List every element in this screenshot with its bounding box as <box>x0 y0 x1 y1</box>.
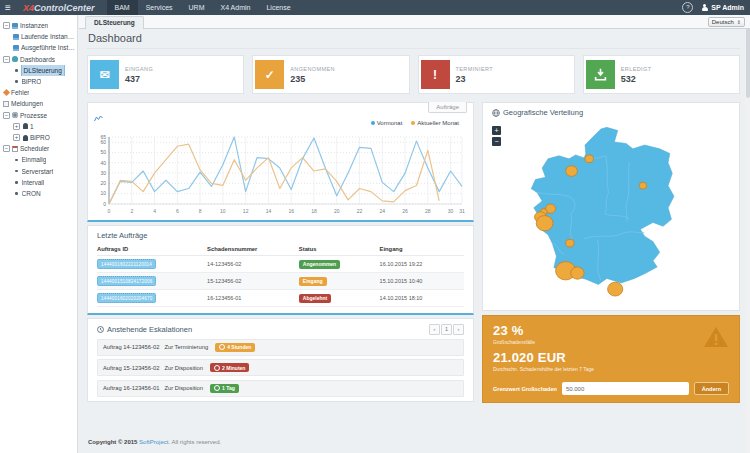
claim-number: 16-123456-01 <box>207 290 299 307</box>
svg-text:2: 2 <box>130 208 133 214</box>
sidebar-item-ausgefuehrte-instanzen[interactable]: Ausgeführte Instanzen <box>0 42 77 53</box>
sidebar-item-dlsteuerung[interactable]: DLSteuerung <box>0 65 77 76</box>
escalation-row[interactable]: Auftrag 14-123456-02 Zur Terminierung 4 … <box>97 339 464 356</box>
kpi-card-terminiert[interactable]: ! TERMINIERT23 <box>418 55 575 94</box>
sidebar-item-serverstart[interactable]: Serverstart <box>0 166 77 177</box>
softproject-link[interactable]: SoftProject <box>139 439 168 445</box>
sidebar-item-einmalig[interactable]: Einmalig <box>0 154 77 165</box>
map-marker[interactable] <box>566 165 578 176</box>
nav-item-services[interactable]: Services <box>138 0 181 15</box>
zoom-in-button[interactable]: + <box>492 126 501 135</box>
svg-text:10: 10 <box>220 208 226 214</box>
expand-icon[interactable]: + <box>13 123 20 130</box>
percent-value: 23 % <box>493 323 729 338</box>
user-menu[interactable]: SP Admin <box>701 4 744 11</box>
threshold-input[interactable] <box>562 382 689 395</box>
svg-text:16: 16 <box>288 208 294 214</box>
messages-icon <box>3 101 9 107</box>
bullet-icon <box>15 192 18 195</box>
sidebar-item-prozess-bipro[interactable]: +BiPRO <box>0 132 77 143</box>
map-marker[interactable] <box>608 282 623 296</box>
scrollbar[interactable] <box>745 28 750 453</box>
order-id-button[interactable]: 1444001602221120014 <box>97 259 156 269</box>
kpi-card-eingang[interactable]: ✉ EINGANG437 <box>87 55 244 94</box>
column-header: Schadensnummer <box>207 244 299 256</box>
sidebar-item-cron[interactable]: CRON <box>0 188 77 199</box>
sidebar-item-bipro-dashboard[interactable]: BiPRO <box>0 76 77 87</box>
page-title: Dashboard <box>87 31 740 49</box>
expand-icon[interactable]: + <box>13 134 20 141</box>
bullet-icon <box>15 69 18 72</box>
kpi-label: TERMINIERT <box>456 66 494 72</box>
nav-item-urm[interactable]: URM <box>181 0 213 15</box>
legend-item-vormonat[interactable]: Vormonat <box>371 120 403 126</box>
svg-text:8: 8 <box>199 208 202 214</box>
tab-dlsteuerung[interactable]: DLSteuerung <box>85 16 144 29</box>
map-marker[interactable] <box>536 215 553 230</box>
sidebar-item-meldungen[interactable]: Meldungen <box>0 98 77 109</box>
escalation-row[interactable]: Auftrag 16-123456-01 Zur Disposition 1 T… <box>97 380 464 397</box>
map-marker[interactable] <box>585 154 593 162</box>
kpi-label: ERLEDIGT <box>621 66 652 72</box>
collapse-icon[interactable]: − <box>3 22 10 29</box>
kpi-card-angenommen[interactable]: ✓ ANGENOMMEN235 <box>252 55 409 94</box>
nav-item-bam[interactable]: BAM <box>107 0 138 15</box>
collapse-icon[interactable]: − <box>3 112 10 119</box>
next-page-button[interactable]: › <box>453 324 464 335</box>
clock-icon <box>219 344 225 350</box>
svg-text:0: 0 <box>103 201 106 207</box>
escalation-row[interactable]: Auftrag 15-123456-02 Zur Disposition 2 M… <box>97 359 464 376</box>
svg-text:30: 30 <box>100 170 106 176</box>
check-icon: ✓ <box>255 60 284 89</box>
sidebar-item-fehler[interactable]: Fehler <box>0 87 77 98</box>
warning-icon <box>703 326 729 352</box>
kpi-card-erledigt[interactable]: ERLEDIGT532 <box>583 55 740 94</box>
legend-item-aktueller-monat[interactable]: Aktueller Monat <box>411 120 459 126</box>
threshold-form: Grenzwert Großschaden Ändern <box>493 382 729 395</box>
language-select[interactable]: Deutsch ⇕ <box>708 17 745 27</box>
scrollbar-thumb[interactable] <box>746 28 750 98</box>
clock-icon <box>214 365 220 371</box>
user-icon <box>23 123 28 129</box>
sidebar-item-scheduler[interactable]: −Scheduler <box>0 143 77 154</box>
chart-corner-tab[interactable]: Aufträge <box>428 102 467 113</box>
nav-item-x4-admin[interactable]: X4 Admin <box>212 0 258 15</box>
orders-table: Auftrags ID Schadensnummer Status Eingan… <box>97 244 464 307</box>
prev-page-button[interactable]: ‹ <box>429 324 440 335</box>
received-date: 16.10.2015 19:22 <box>380 256 464 273</box>
user-name: SP Admin <box>711 4 744 11</box>
time-badge: 1 Tag <box>210 384 239 393</box>
map-marker[interactable] <box>639 182 647 189</box>
map-marker[interactable] <box>571 266 584 278</box>
svg-text:20: 20 <box>100 180 106 186</box>
status-badge: Abgelehnt <box>299 294 331 303</box>
sidebar-item-prozesse[interactable]: −Prozesse <box>0 110 77 121</box>
top-navbar: ≡ X4ControlCenter BAM Services URM X4 Ad… <box>0 0 750 15</box>
latest-orders-panel: Letzte Aufträge Auftrags ID Schadensnumm… <box>87 225 474 315</box>
sidebar-item-instanzen[interactable]: −Instanzen <box>0 20 77 31</box>
help-icon[interactable]: ? <box>682 2 693 13</box>
svg-text:26: 26 <box>402 208 408 214</box>
collapse-icon[interactable]: − <box>3 56 10 63</box>
order-id-button[interactable]: 1444001602020204670 <box>97 293 156 303</box>
map-zoom-controls: + − <box>492 126 501 148</box>
svg-text:10: 10 <box>100 190 106 196</box>
order-id-button[interactable]: 1444001510824172006 <box>97 276 156 286</box>
change-button[interactable]: Ändern <box>694 382 729 395</box>
map-marker[interactable] <box>566 239 574 247</box>
page-number[interactable]: 1 <box>441 324 452 335</box>
hamburger-menu-icon[interactable]: ≡ <box>5 0 21 15</box>
status-badge: Angenommen <box>299 260 340 269</box>
escalation-action: Zur Disposition <box>164 365 203 371</box>
svg-text:18: 18 <box>311 208 317 214</box>
collapse-icon[interactable]: − <box>3 145 10 152</box>
nav-item-license[interactable]: License <box>258 0 298 15</box>
sidebar-item-intervall[interactable]: Intervall <box>0 177 77 188</box>
svg-text:60: 60 <box>100 139 106 145</box>
zoom-out-button[interactable]: − <box>492 137 501 146</box>
line-chart-svg: 0246810121416182022242628303101020304050… <box>93 131 468 217</box>
sidebar-item-dashboards[interactable]: −Dashboards <box>0 54 77 65</box>
sidebar-item-laufende-instanzen[interactable]: Laufende Instanzen <box>0 31 77 42</box>
germany-map[interactable] <box>483 121 739 306</box>
sidebar-item-prozess-1[interactable]: +1 <box>0 121 77 132</box>
